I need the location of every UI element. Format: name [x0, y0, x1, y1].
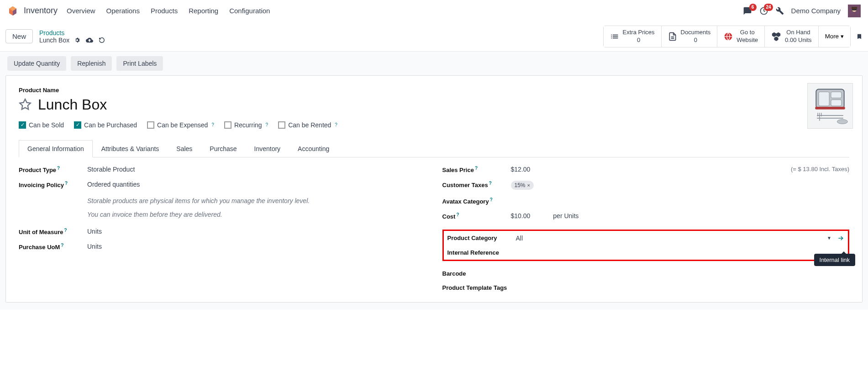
svg-rect-12	[831, 99, 842, 105]
tooltip: Internal link	[814, 254, 855, 266]
user-avatar[interactable]	[848, 5, 861, 17]
tab-general-information[interactable]: General Information	[19, 140, 93, 157]
help-icon[interactable]: ?	[61, 243, 63, 248]
sales-price-row: Sales Price? $12.00 (= $ 13.80 Incl. Tax…	[442, 166, 850, 173]
tab-attributes-variants[interactable]: Attributes & Variants	[93, 140, 168, 157]
product-name-label: Product Name	[19, 87, 849, 94]
product-title[interactable]: Lunch Box	[38, 96, 107, 113]
website-button[interactable]: Go to Website	[717, 26, 765, 47]
customer-taxes-value[interactable]: 15% ×	[511, 181, 850, 190]
form-sheet: Product Name Lunch Box ✓ Can be Sold ✓ C…	[5, 75, 863, 303]
cost-value[interactable]: $10.00	[511, 212, 531, 220]
product-category-value[interactable]: All	[516, 235, 523, 242]
help-icon[interactable]: ?	[57, 166, 60, 171]
help-icon[interactable]: ?	[64, 228, 67, 233]
more-button[interactable]: More ▾	[819, 26, 850, 47]
list-icon	[610, 32, 619, 41]
menu-overview[interactable]: Overview	[67, 7, 95, 15]
tools-icon[interactable]	[776, 7, 784, 15]
company-name[interactable]: Demo Company	[791, 7, 841, 15]
extra-prices-value: 0	[623, 37, 655, 44]
can-be-expensed-checkbox[interactable]: Can be Expensed ?	[147, 121, 214, 129]
internal-reference-label: Internal Reference	[447, 249, 516, 256]
highlighted-section: Product Category All ▼ Internal Referenc…	[442, 230, 850, 261]
help-icon[interactable]: ?	[335, 122, 337, 127]
cost-label: Cost?	[442, 212, 511, 220]
onhand-button[interactable]: On Hand 0.00 Units	[765, 26, 819, 47]
messages-badge: 6	[749, 4, 757, 11]
internal-reference-row: Internal Reference	[444, 249, 848, 256]
documents-value: 0	[681, 37, 711, 44]
app-title[interactable]: Inventory	[24, 6, 58, 16]
help-icon[interactable]: ?	[475, 166, 478, 171]
help-icon[interactable]: ?	[65, 181, 68, 186]
website-value: Website	[736, 37, 758, 44]
uom-value[interactable]: Units	[87, 228, 426, 235]
menu-reporting[interactable]: Reporting	[189, 7, 218, 15]
help-icon[interactable]: ?	[266, 122, 268, 127]
product-template-tags-row: Product Template Tags	[442, 284, 850, 291]
gear-icon[interactable]	[74, 37, 80, 43]
undo-icon[interactable]	[99, 37, 105, 43]
can-be-rented-checkbox[interactable]: Can be Rented ?	[278, 121, 337, 129]
favorite-star-icon[interactable]	[19, 98, 32, 111]
tab-accounting[interactable]: Accounting	[289, 140, 338, 157]
product-image[interactable]	[807, 83, 853, 129]
tab-sales[interactable]: Sales	[168, 140, 201, 157]
nav-right: 6 24 Demo Company	[743, 5, 861, 17]
help-icon[interactable]: ?	[456, 212, 459, 217]
product-category-label: Product Category	[447, 235, 516, 241]
uom-label: Unit of Measure?	[19, 228, 87, 235]
help-icon[interactable]: ?	[490, 197, 493, 202]
svg-rect-13	[815, 107, 845, 110]
menu-operations[interactable]: Operations	[106, 7, 140, 15]
can-be-purchased-checkbox[interactable]: ✓ Can be Purchased	[74, 121, 137, 129]
messages-icon[interactable]: 6	[743, 6, 752, 16]
dropdown-caret-icon[interactable]: ▼	[827, 235, 831, 240]
breadcrumb-parent[interactable]: Products	[39, 29, 105, 37]
tab-inventory[interactable]: Inventory	[246, 140, 289, 157]
print-labels-button[interactable]: Print Labels	[116, 56, 163, 71]
internal-link-icon[interactable]	[837, 235, 844, 242]
purchase-uom-label: Purchase UoM?	[19, 243, 87, 251]
breadcrumb-left: New Products Lunch Box	[5, 29, 105, 44]
more-label: More	[825, 33, 839, 40]
menu-configuration[interactable]: Configuration	[229, 7, 270, 15]
file-icon	[668, 32, 677, 41]
right-column: Sales Price? $12.00 (= $ 13.80 Incl. Tax…	[442, 166, 850, 291]
tab-purchase[interactable]: Purchase	[201, 140, 245, 157]
bookmark-icon[interactable]	[856, 32, 863, 41]
help-icon[interactable]: ?	[489, 181, 492, 186]
menu-products[interactable]: Products	[151, 7, 178, 15]
remove-tag-icon[interactable]: ×	[527, 183, 530, 188]
recurring-checkbox[interactable]: Recurring ?	[224, 121, 268, 129]
activities-icon[interactable]: 24	[759, 6, 768, 16]
purchase-uom-row: Purchase UoM? Units	[19, 243, 426, 251]
product-type-value[interactable]: Storable Product	[87, 166, 426, 173]
can-be-sold-checkbox[interactable]: ✓ Can be Sold	[19, 121, 64, 129]
breadcrumb: Products Lunch Box	[39, 29, 105, 44]
extra-prices-button[interactable]: Extra Prices 0	[604, 26, 662, 47]
checkbox-row: ✓ Can be Sold ✓ Can be Purchased Can be …	[19, 121, 849, 129]
cloud-upload-icon[interactable]	[86, 37, 93, 44]
help-icon[interactable]: ?	[211, 122, 214, 127]
product-category-row: Product Category All ▼	[444, 235, 848, 242]
tax-tag[interactable]: 15% ×	[511, 181, 534, 190]
avatax-row: Avatax Category?	[442, 197, 850, 205]
invoicing-policy-row: Invoicing Policy? Ordered quantities	[19, 181, 426, 188]
svg-rect-10	[819, 92, 829, 106]
customer-taxes-row: Customer Taxes? 15% ×	[442, 181, 850, 190]
breadcrumb-current-text: Lunch Box	[39, 37, 69, 44]
svg-rect-11	[831, 92, 842, 98]
documents-button[interactable]: Documents 0	[662, 26, 718, 47]
new-button[interactable]: New	[5, 29, 33, 43]
recurring-label: Recurring	[234, 121, 262, 129]
purchase-uom-value[interactable]: Units	[87, 243, 426, 250]
app-icon[interactable]	[7, 5, 18, 16]
invoicing-policy-value[interactable]: Ordered quantities	[87, 181, 426, 188]
barcode-row: Barcode	[442, 270, 850, 277]
barcode-label: Barcode	[442, 270, 511, 277]
sales-price-value[interactable]: $12.00	[511, 166, 531, 173]
update-quantity-button[interactable]: Update Quantity	[7, 56, 66, 71]
replenish-button[interactable]: Replenish	[71, 56, 112, 71]
